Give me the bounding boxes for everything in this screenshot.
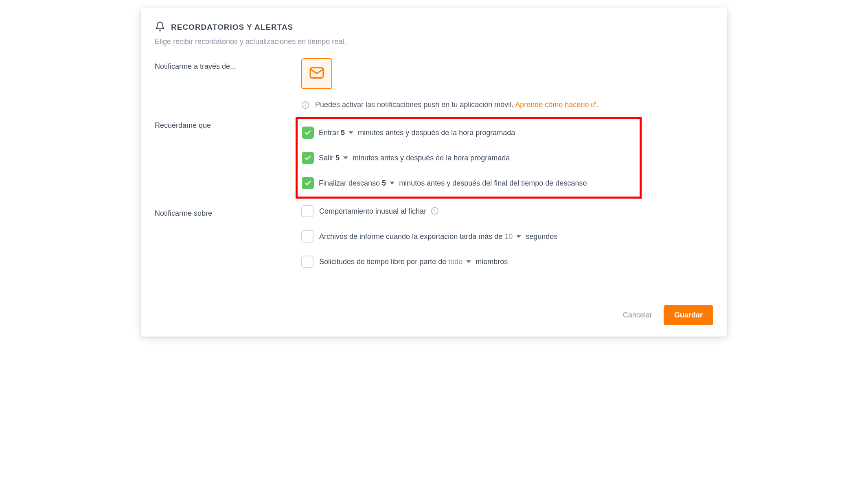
remind-clock-out-row: Salir 5 minutos antes y después de la ho… <box>302 152 634 164</box>
remind-clock-out-suffix: minutos antes y después de la hora progr… <box>353 154 510 162</box>
svg-point-3 <box>305 103 306 104</box>
footer: Cancelar Guardar <box>155 305 713 325</box>
remind-clock-in-suffix: minutos antes y después de la hora progr… <box>358 129 515 137</box>
save-button[interactable]: Guardar <box>664 305 713 325</box>
timeoff-requests-value[interactable]: todo <box>448 258 462 266</box>
remind-clock-out-checkbox[interactable] <box>302 152 314 164</box>
report-files-prefix: Archivos de informe cuando la exportació… <box>319 232 504 241</box>
notify-via-row: Notificarme a través de... Puedes activa… <box>155 58 713 117</box>
remind-end-break-row: Finalizar descanso 5 minutos antes y des… <box>302 177 634 189</box>
remind-clock-in-row: Entrar 5 minutos antes y después de la h… <box>302 127 634 139</box>
svg-marker-5 <box>349 131 353 134</box>
chevron-down-icon[interactable] <box>343 155 349 160</box>
section-subtitle: Elige recibir recordatorios y actualizac… <box>155 37 713 46</box>
svg-marker-7 <box>390 182 395 184</box>
learn-how-link[interactable]: Aprende cómo hacerlo . <box>515 101 598 109</box>
push-info-row: Puedes activar las notificaciones push e… <box>301 101 713 109</box>
notify-about-label: Notificarme sobre <box>155 205 301 218</box>
info-icon[interactable] <box>431 207 439 215</box>
timeoff-requests-suffix: miembros <box>476 258 508 266</box>
bell-icon <box>155 21 165 33</box>
remind-end-break-prefix: Finalizar descanso <box>319 179 382 187</box>
mail-icon <box>309 65 324 82</box>
report-files-value[interactable]: 10 <box>504 232 513 241</box>
chevron-down-icon[interactable] <box>390 181 395 186</box>
highlight-box: Entrar 5 minutos antes y después de la h… <box>296 117 642 199</box>
chevron-down-icon[interactable] <box>349 130 354 135</box>
svg-point-10 <box>435 209 435 210</box>
chevron-down-icon[interactable] <box>516 234 522 239</box>
settings-card: RECORDATORIOS Y ALERTAS Elige recibir re… <box>141 8 727 337</box>
email-channel-button[interactable] <box>301 58 332 89</box>
cancel-button[interactable]: Cancelar <box>623 311 652 319</box>
section-header: RECORDATORIOS Y ALERTAS <box>155 21 713 33</box>
remind-end-break-suffix: minutos antes y después del final del ti… <box>399 179 587 187</box>
unusual-clocking-text: Comportamiento inusual al fichar <box>319 207 426 215</box>
report-files-checkbox[interactable] <box>301 230 313 243</box>
section-title: RECORDATORIOS Y ALERTAS <box>171 23 293 32</box>
remind-end-break-value[interactable]: 5 <box>382 179 386 187</box>
notify-about-row: Notificarme sobre Comportamiento inusual… <box>155 205 713 281</box>
unusual-clocking-row: Comportamiento inusual al fichar <box>301 205 713 217</box>
svg-marker-11 <box>516 235 521 238</box>
notify-via-label: Notificarme a través de... <box>155 58 301 71</box>
push-info-text: Puedes activar las notificaciones push e… <box>315 101 515 109</box>
remind-row: Recuérdame que Entrar 5 minutos antes y … <box>155 117 713 199</box>
remind-clock-out-prefix: Salir <box>319 154 335 162</box>
timeoff-requests-prefix: Solicitudes de tiempo libre por parte de <box>319 258 448 266</box>
timeoff-requests-checkbox[interactable] <box>301 256 313 268</box>
remind-clock-in-prefix: Entrar <box>319 129 341 137</box>
chevron-down-icon[interactable] <box>466 259 472 264</box>
svg-marker-12 <box>466 260 471 263</box>
svg-marker-6 <box>343 156 348 159</box>
remind-clock-in-checkbox[interactable] <box>302 127 314 139</box>
svg-line-4 <box>593 103 596 105</box>
external-link-icon <box>591 102 596 107</box>
remind-label: Recuérdame que <box>155 117 301 130</box>
remind-end-break-checkbox[interactable] <box>302 177 314 189</box>
remind-clock-in-value[interactable]: 5 <box>341 129 345 137</box>
timeoff-requests-row: Solicitudes de tiempo libre por parte de… <box>301 256 713 268</box>
unusual-clocking-checkbox[interactable] <box>301 205 313 217</box>
info-icon <box>301 101 309 109</box>
report-files-suffix: segundos <box>526 232 557 241</box>
report-files-row: Archivos de informe cuando la exportació… <box>301 230 713 243</box>
remind-clock-out-value[interactable]: 5 <box>335 154 340 162</box>
